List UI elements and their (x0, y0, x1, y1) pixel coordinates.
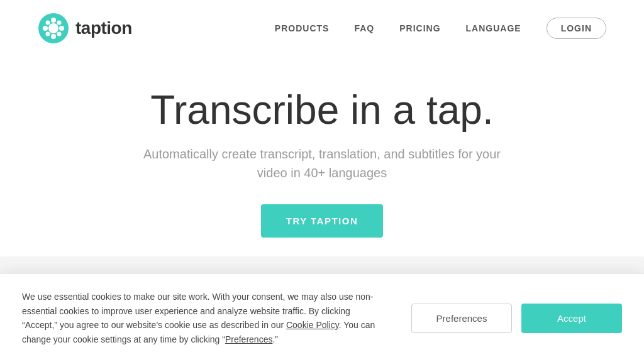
logo-text: taption (75, 18, 132, 38)
login-button[interactable]: LOGIN (547, 18, 606, 39)
nav-faq[interactable]: FAQ (354, 23, 374, 33)
cookie-text: We use essential cookies to make our sit… (22, 290, 386, 346)
navbar: taption PRODUCTS FAQ PRICING LANGUAGE LO… (0, 0, 644, 57)
svg-point-3 (51, 34, 56, 39)
hero-title: Transcribe in a tap. (150, 88, 493, 132)
preferences-inline-link[interactable]: Preferences (225, 334, 272, 344)
cookie-buttons: Preferences Accept (411, 304, 622, 333)
try-taption-button[interactable]: TRY TAPTION (261, 204, 384, 238)
hero-section: Transcribe in a tap. Automatically creat… (0, 57, 644, 238)
preferences-button[interactable]: Preferences (411, 304, 512, 333)
hero-subtitle: Automatically create transcript, transla… (133, 145, 511, 182)
logo-link[interactable]: taption (38, 13, 132, 44)
svg-point-4 (43, 26, 48, 31)
svg-point-8 (46, 32, 50, 36)
svg-point-1 (48, 23, 58, 33)
nav-language[interactable]: LANGUAGE (466, 23, 521, 33)
nav-links: PRODUCTS FAQ PRICING LANGUAGE LOGIN (275, 18, 606, 39)
nav-pricing[interactable]: PRICING (399, 23, 440, 33)
svg-point-6 (46, 21, 50, 25)
svg-point-7 (57, 21, 62, 25)
cookie-policy-link[interactable]: Cookie Policy (286, 320, 339, 330)
logo-icon (38, 13, 69, 44)
svg-point-9 (57, 32, 62, 36)
nav-products[interactable]: PRODUCTS (275, 23, 330, 33)
accept-button[interactable]: Accept (521, 304, 622, 333)
cookie-banner: We use essential cookies to make our sit… (0, 273, 644, 362)
svg-point-5 (59, 26, 64, 31)
svg-point-2 (51, 18, 56, 23)
